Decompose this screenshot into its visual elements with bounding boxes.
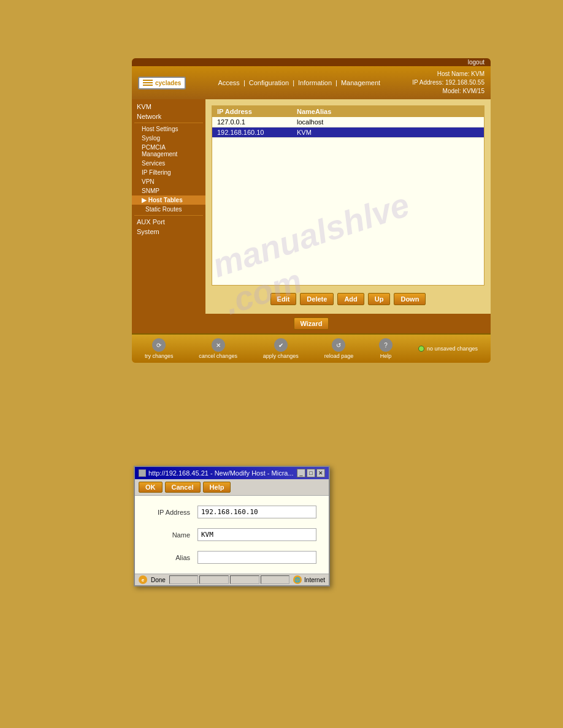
alias-label: Alias [147,554,190,561]
row1-ip: 127.0.0.1 [217,118,297,126]
seg4 [261,575,290,584]
reload-page-btn[interactable]: ↺ reload page [324,338,354,359]
sidebar-aux-port[interactable]: AUX Port [132,217,205,227]
col-ip-header: IP Address [217,108,297,115]
row2-name: KVM [297,129,479,136]
nav-configuration[interactable]: Configuration [249,79,289,86]
alias-input[interactable] [197,551,316,564]
dialog-content: IP Address Name Alias [135,496,329,574]
dialog-title: http://192.168.45.21 - New/Modify Host -… [148,469,294,477]
reload-page-icon: ↺ [332,338,345,352]
try-changes-label: try changes [145,353,174,359]
dialog-titlebar: http://192.168.45.21 - New/Modify Host -… [135,467,329,479]
cancel-changes-label: cancel changes [199,353,237,359]
table-row[interactable]: 192.168.160.10 KVM [212,127,484,138]
name-label: Name [147,531,190,539]
minimize-button[interactable]: _ [297,469,305,477]
sidebar-system[interactable]: System [132,227,205,237]
sidebar-item-pcmcia[interactable]: PCMCIA Management [132,143,205,159]
dialog-window-controls: _ □ ✕ [297,469,325,477]
edit-button[interactable]: Edit [270,293,297,305]
maximize-button[interactable]: □ [307,469,315,477]
name-field: Name [147,528,316,541]
sidebar-divider-2 [134,215,203,216]
ip-address-input[interactable] [197,506,316,518]
body-row: KVM Network Host Settings Syslog PCMCIA … [132,99,491,314]
try-changes-icon: ⟳ [152,338,166,352]
main-content-area: IP Address NameAlias 127.0.0.1 localhost… [205,99,491,314]
dialog-app-icon [139,469,146,477]
name-input[interactable] [197,528,316,541]
logo-icon [143,80,153,86]
add-button[interactable]: Add [337,293,364,305]
apply-changes-btn[interactable]: ✔ apply changes [263,338,299,359]
statusbar-right: 🌐 Internet [293,575,325,584]
sidebar-item-static-routes[interactable]: Static Routes [132,205,205,214]
sidebar-item-snmp[interactable]: SNMP [132,186,205,195]
ip-address-label: IP Address: [412,79,443,86]
seg2 [199,575,229,584]
dialog-toolbar: OK Cancel Help [135,479,329,496]
nav-management[interactable]: Management [341,79,380,86]
nav-access[interactable]: Access [218,79,239,86]
internet-icon: 🌐 [293,575,302,584]
table-action-buttons: Edit Delete Add Up Down [212,290,484,308]
dialog-title-text: http://192.168.45.21 - New/Modify Host -… [139,469,294,477]
main-panel: logout cyclades Access | Configuration |… [132,58,491,363]
host-name-label: Host Name: [437,70,470,77]
row2-ip: 192.168.160.10 [217,129,297,136]
header-bar: cyclades Access | Configuration | Inform… [132,66,491,99]
sidebar-item-ip-filtering[interactable]: IP Filtering [132,168,205,177]
dialog-help-button[interactable]: Help [203,482,231,493]
table-row[interactable]: 127.0.0.1 localhost [212,117,484,127]
logout-link[interactable]: logout [468,59,484,66]
statusbar-done: Done [151,577,166,583]
cancel-changes-icon: ✕ [212,338,225,352]
nav-information[interactable]: Information [298,79,332,86]
sidebar-item-services[interactable]: Services [132,159,205,168]
host-name-value: KVM [471,70,484,77]
sidebar-item-vpn[interactable]: VPN [132,177,205,186]
reload-page-label: reload page [324,353,354,359]
col-name-header: NameAlias [297,108,479,115]
internet-label: Internet [304,577,325,583]
logo-text: cyclades [155,80,181,86]
help-icon: ? [379,338,393,352]
nav-sep3: | [335,79,337,86]
sidebar-kvm[interactable]: KVM [132,102,205,112]
apply-changes-label: apply changes [263,353,299,359]
status-indicator: no unsaved changes [418,346,478,352]
nav-links: Access | Configuration | Information | M… [218,79,380,86]
try-changes-btn[interactable]: ⟳ try changes [145,338,174,359]
model-value: KVM/15 [462,88,484,94]
alias-field: Alias [147,551,316,564]
wizard-button[interactable]: Wizard [294,317,329,330]
dialog-ok-button[interactable]: OK [139,482,163,493]
delete-button[interactable]: Delete [300,293,334,305]
cancel-changes-btn[interactable]: ✕ cancel changes [199,338,237,359]
model-label: Model: [443,88,461,94]
seg3 [230,575,259,584]
nav-sep1: | [243,79,245,86]
sidebar-network[interactable]: Network [132,112,205,121]
nav-sep2: | [293,79,294,86]
up-button[interactable]: Up [368,293,391,305]
seg1 [169,575,199,584]
ip-table: IP Address NameAlias 127.0.0.1 localhost… [212,105,484,286]
help-btn[interactable]: ? Help [379,338,393,359]
sidebar-item-syslog[interactable]: Syslog [132,134,205,143]
wizard-row: Wizard [132,314,491,333]
dialog-cancel-button[interactable]: Cancel [165,482,201,493]
close-button[interactable]: ✕ [316,469,325,477]
help-label: Help [380,353,392,359]
sidebar: KVM Network Host Settings Syslog PCMCIA … [132,99,205,314]
dialog-statusbar: e Done 🌐 Internet [135,574,329,585]
down-button[interactable]: Down [394,293,426,305]
ie-icon: e [139,575,147,584]
sidebar-divider-1 [134,123,203,123]
ip-address-value: 192.168.50.55 [445,79,484,86]
logout-bar: logout [132,58,491,66]
sidebar-item-host-settings[interactable]: Host Settings [132,124,205,134]
sidebar-item-host-tables[interactable]: ▶ Host Tables [132,195,205,205]
statusbar-segments [169,575,289,584]
